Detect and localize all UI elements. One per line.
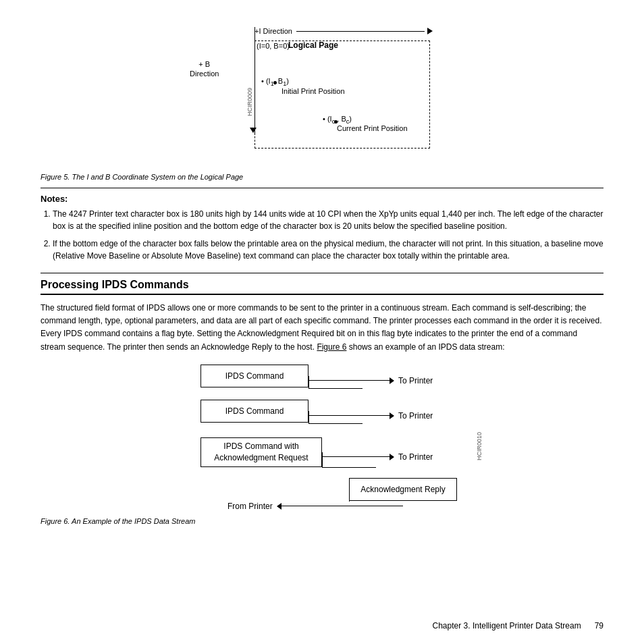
arrow-to-printer-3: To Printer bbox=[322, 452, 433, 462]
step-line-2b bbox=[308, 423, 363, 424]
fig5-hcir-label: HCIR0009 bbox=[246, 88, 253, 116]
step-line-3 bbox=[322, 452, 323, 467]
ipds-box-2: IPDS Command bbox=[200, 400, 308, 423]
step-line-1b bbox=[308, 388, 363, 389]
arrow-from-printer: From Printer bbox=[227, 502, 403, 511]
b-direction-label: + BDirection bbox=[190, 59, 219, 79]
step-line-3b bbox=[322, 467, 376, 468]
section-body-end: shows an example of an IPDS data stream: bbox=[349, 342, 505, 352]
ipds-box-4: Acknowledgment Reply bbox=[349, 478, 457, 501]
i-direction-label: +I Direction bbox=[254, 27, 292, 35]
arrow-to-printer-2: To Printer bbox=[308, 411, 433, 421]
fig6-caption: Figure 6. An Example of the IPDS Data St… bbox=[41, 517, 603, 525]
ipds-box-1: IPDS Command bbox=[200, 365, 308, 387]
logical-page-label: Logical Page bbox=[288, 41, 338, 50]
i-direction-arrow: +I Direction bbox=[254, 27, 435, 35]
step-line-2 bbox=[308, 411, 309, 423]
footer-page-number: 79 bbox=[595, 621, 603, 630]
figure6-diagram: IPDS Command To Printer IPDS Command To … bbox=[160, 365, 484, 513]
ack-line-v bbox=[349, 489, 350, 502]
dot2-coords: • (Ic , Bc) bbox=[323, 115, 352, 125]
dot2-label: Current Print Position bbox=[337, 124, 408, 132]
notes-section: Notes: The 4247 Printer text character b… bbox=[41, 194, 603, 262]
figure5-diagram: +I Direction + BDirection Logical Page (… bbox=[187, 20, 457, 169]
notes-list: The 4247 Printer text character box is 1… bbox=[41, 208, 603, 262]
note-item-2: If the bottom edge of the character box … bbox=[53, 238, 603, 262]
notes-title: Notes: bbox=[41, 194, 603, 204]
step-line-1 bbox=[308, 376, 309, 388]
fig6-hcir-label: HCIR0010 bbox=[476, 432, 483, 460]
dot1-coords: • (I1, B1) bbox=[261, 77, 289, 87]
fig5-caption: Figure 5. The I and B Coordinate System … bbox=[41, 173, 603, 181]
origin-label: (I=0, B=0) bbox=[257, 42, 290, 50]
figure6-link[interactable]: Figure 6 bbox=[317, 342, 346, 352]
footer-chapter-text: Chapter 3. Intelligent Printer Data Stre… bbox=[41, 621, 595, 630]
section-title: Processing IPDS Commands bbox=[41, 279, 603, 295]
ipds-box-3: IPDS Command with Acknowledgment Request bbox=[200, 437, 322, 467]
note-item-1: The 4247 Printer text character box is 1… bbox=[53, 208, 603, 232]
section-body: The structured field format of IPDS allo… bbox=[41, 302, 603, 354]
arrow-to-printer-1: To Printer bbox=[308, 376, 433, 385]
page-footer: Chapter 3. Intelligent Printer Data Stre… bbox=[0, 621, 644, 630]
dot1-label: Initial Print Position bbox=[281, 87, 345, 95]
